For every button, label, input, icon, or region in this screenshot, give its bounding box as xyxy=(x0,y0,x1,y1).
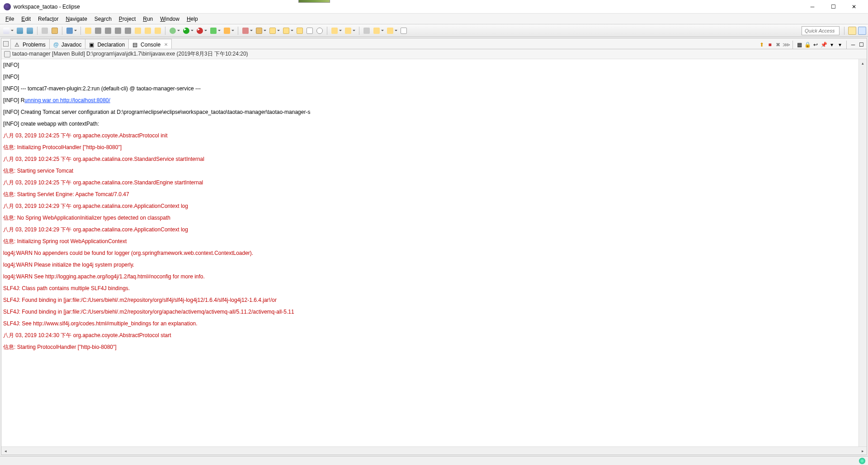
external-tools-icon xyxy=(224,28,230,34)
perspective-button-1[interactable] xyxy=(848,27,856,35)
new-class-button[interactable] xyxy=(255,26,264,35)
build-button[interactable] xyxy=(50,26,59,35)
console-line: 信息: Starting service Tomcat xyxy=(3,165,865,177)
annotation-prev-button[interactable] xyxy=(330,26,339,35)
coverage-button[interactable] xyxy=(195,26,204,35)
disconnect-button[interactable] xyxy=(123,26,132,35)
server-button[interactable] xyxy=(65,26,74,35)
scroll-left-icon[interactable]: ◂ xyxy=(1,449,9,453)
bug-icon xyxy=(170,28,176,34)
vertical-scrollbar[interactable]: ▴ xyxy=(859,59,867,446)
menu-navigate[interactable]: Navigate xyxy=(62,14,90,23)
tab-javadoc[interactable]: @ Javadoc xyxy=(49,39,86,49)
coverage-icon xyxy=(197,28,203,34)
open-type-button[interactable] xyxy=(282,26,291,35)
skip-button[interactable] xyxy=(84,26,93,35)
menu-search[interactable]: Search xyxy=(91,14,115,23)
scroll-lock-icon: 🔒 xyxy=(804,42,811,48)
maximize-button[interactable]: ☐ xyxy=(823,0,844,14)
save-icon xyxy=(17,28,23,34)
run-button[interactable] xyxy=(182,26,191,35)
debug-button[interactable] xyxy=(168,26,177,35)
remove-icon: ✖ xyxy=(776,42,780,48)
console-up-button[interactable]: ⬆ xyxy=(758,41,765,48)
up-arrow-icon: ⬆ xyxy=(760,42,764,48)
console-line: 信息: Initializing Spring root WebApplicat… xyxy=(3,235,865,247)
tab-label: Declaration xyxy=(97,42,125,48)
terminate-button[interactable] xyxy=(113,26,123,35)
content-area: ⚠ Problems @ Javadoc ▣ Declaration ▤ Con… xyxy=(1,38,867,455)
tab-declaration[interactable]: ▣ Declaration xyxy=(85,39,129,49)
menu-run[interactable]: Run xyxy=(139,14,156,23)
new-icon xyxy=(3,28,9,34)
toggle-icon xyxy=(42,28,48,34)
pin-icon: 📌 xyxy=(821,42,827,48)
declaration-icon: ▣ xyxy=(89,42,95,48)
scroll-right-icon[interactable]: ▸ xyxy=(859,449,867,453)
menu-refactor[interactable]: Refactor xyxy=(34,14,62,23)
console-display-button[interactable]: ▾ xyxy=(828,41,835,48)
external-tools-button[interactable] xyxy=(222,26,231,35)
statusbar xyxy=(0,456,868,465)
back-button[interactable] xyxy=(372,26,381,35)
step-return-button[interactable] xyxy=(153,26,162,35)
tab-close-icon[interactable]: ✕ xyxy=(164,42,168,47)
console-line: SLF4J: Found binding in [jar:file:/C:/Us… xyxy=(3,294,865,306)
search-button[interactable] xyxy=(315,26,324,35)
horizontal-scrollbar[interactable]: ◂ ▸ xyxy=(1,446,867,455)
accent-strip xyxy=(298,0,330,3)
perspective-button-2[interactable] xyxy=(858,27,866,35)
menu-help[interactable]: Help xyxy=(183,14,202,23)
new-java-button[interactable] xyxy=(241,26,250,35)
package-icon xyxy=(242,28,249,34)
terminate-icon xyxy=(115,28,121,34)
close-button[interactable]: ✕ xyxy=(844,0,864,14)
console-clear-button[interactable]: ▦ xyxy=(796,41,803,48)
suspend-icon xyxy=(105,28,111,34)
console-maximize-button[interactable]: ☐ xyxy=(858,41,865,48)
console-output[interactable]: ▴ [INFO][INFO][INFO] --- tomcat7-maven-p… xyxy=(1,59,867,446)
step-over-button[interactable] xyxy=(143,26,152,35)
views-tabrow: ⚠ Problems @ Javadoc ▣ Declaration ▤ Con… xyxy=(1,38,867,49)
save-all-button[interactable] xyxy=(25,26,34,35)
toolbar-separator xyxy=(165,27,165,35)
console-minimize-button[interactable]: ─ xyxy=(849,41,857,48)
scroll-up-icon[interactable]: ▴ xyxy=(859,59,867,67)
suspend-button[interactable] xyxy=(104,26,113,35)
plugin-icon xyxy=(269,28,276,34)
menu-window[interactable]: Window xyxy=(156,14,183,23)
last-edit-button[interactable] xyxy=(362,26,371,35)
toggle-button[interactable] xyxy=(40,26,49,35)
forward-button[interactable] xyxy=(386,26,395,35)
console-open-button[interactable]: ▾ xyxy=(836,41,844,48)
window-title: workspace_taotao - Eclipse xyxy=(14,4,802,10)
console-terminate-button[interactable]: ■ xyxy=(766,41,774,48)
annotation-next-button[interactable] xyxy=(344,26,353,35)
console-scroll-lock-button[interactable]: 🔒 xyxy=(804,41,811,48)
open-task-button[interactable] xyxy=(295,26,304,35)
minimize-button[interactable]: ─ xyxy=(802,0,823,14)
quick-access-input[interactable] xyxy=(802,26,840,35)
pin-button[interactable] xyxy=(399,26,408,35)
console-hyperlink[interactable]: unning war on http://localhost:8080/ xyxy=(24,97,110,103)
run-last-button[interactable] xyxy=(209,26,218,35)
console-line: 八月 03, 2019 10:24:29 下午 org.apache.catal… xyxy=(3,224,865,235)
menu-file[interactable]: File xyxy=(2,14,18,23)
console-word-wrap-button[interactable]: ↩ xyxy=(812,41,819,48)
file-button[interactable] xyxy=(305,26,314,35)
console-pin-button[interactable]: 📌 xyxy=(820,41,827,48)
console-remove-button[interactable]: ✖ xyxy=(774,41,782,48)
step-into-button[interactable] xyxy=(133,26,142,35)
globe-icon[interactable] xyxy=(859,458,865,464)
toolbar-separator xyxy=(37,27,38,35)
tab-console[interactable]: ▤ Console ✕ xyxy=(128,39,172,49)
console-remove-all-button[interactable]: ⋙ xyxy=(783,41,790,48)
save-button[interactable] xyxy=(15,26,24,35)
new-button[interactable] xyxy=(2,26,11,35)
maximize-icon: ☐ xyxy=(859,42,864,48)
menu-project[interactable]: Project xyxy=(115,14,139,23)
menu-edit[interactable]: Edit xyxy=(18,14,34,23)
resume-button[interactable] xyxy=(94,26,103,35)
new-plugin-button[interactable] xyxy=(268,26,277,35)
tab-problems[interactable]: ⚠ Problems xyxy=(10,39,50,49)
